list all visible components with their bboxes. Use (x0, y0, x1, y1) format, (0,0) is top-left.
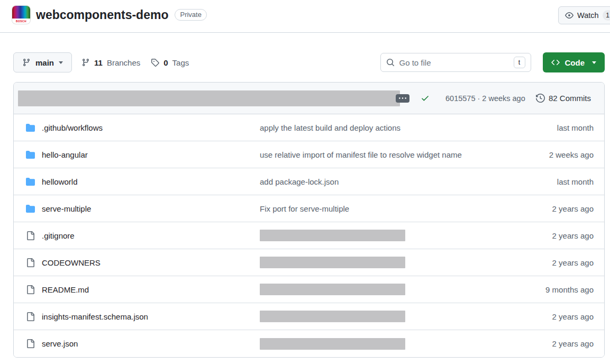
last-updated-cell: 2 years ago (520, 339, 604, 348)
file-name-link[interactable]: CODEOWNERS (42, 258, 101, 267)
repo-title[interactable]: webcomponents-demo (36, 8, 168, 22)
branches-link[interactable]: 11 Branches (81, 58, 140, 67)
chevron-down-icon (59, 61, 63, 64)
repo-header: BOSCH webcomponents-demo Private Watch 1 (0, 0, 610, 33)
history-icon (536, 94, 545, 103)
commit-message-cell (260, 230, 520, 241)
git-branch-icon (81, 58, 90, 67)
commit-message-cell (260, 257, 520, 268)
commit-author-message-redaction (18, 90, 400, 106)
watch-button[interactable]: Watch 1 (558, 6, 610, 24)
folder-icon (26, 204, 35, 213)
branch-selector-button[interactable]: main (13, 52, 72, 72)
last-updated-cell: last month (520, 123, 604, 132)
search-icon (386, 58, 395, 67)
file-icon (26, 231, 35, 240)
table-row[interactable]: hello-angular use relative import of man… (14, 141, 604, 168)
table-row[interactable]: serve-multiple Fix port for serve-multip… (14, 195, 604, 222)
commits-count-label: 82 Commits (549, 94, 591, 103)
last-updated-cell: 2 years ago (520, 204, 604, 213)
file-name-cell: .gitignore (14, 231, 260, 240)
commit-message-link[interactable]: add package-lock.json (260, 177, 339, 186)
watch-button-label: Watch (577, 11, 599, 20)
last-updated-cell: 2 weeks ago (520, 150, 604, 159)
table-row[interactable]: .github/workflows apply the latest build… (14, 114, 604, 141)
commit-message-cell (260, 311, 520, 322)
bosch-logo-text: BOSCH (12, 19, 30, 24)
file-rows: .github/workflows apply the latest build… (14, 114, 604, 357)
commit-message-cell: Fix port for serve-multiple (260, 204, 520, 213)
folder-icon (26, 177, 35, 186)
commit-message-link[interactable]: Fix port for serve-multiple (260, 204, 349, 213)
file-name-cell: .github/workflows (14, 123, 260, 132)
commit-sha-and-time[interactable]: 6015575 · 2 weeks ago (445, 94, 525, 103)
file-name-cell: helloworld (14, 177, 260, 186)
tag-icon (151, 58, 159, 67)
file-name-cell: CODEOWNERS (14, 258, 260, 267)
repo-avatar-bosch-logo: BOSCH (12, 5, 31, 24)
last-updated-cell: 2 years ago (520, 231, 604, 240)
file-name-cell: README.md (14, 285, 260, 294)
last-updated-cell: 2 years ago (520, 258, 604, 267)
table-row[interactable]: insights-manifest.schema.json 2 years ag… (14, 303, 604, 330)
commit-message-cell: add package-lock.json (260, 177, 520, 186)
file-name-cell: hello-angular (14, 150, 260, 159)
folder-icon (26, 150, 35, 159)
file-name-link[interactable]: hello-angular (42, 150, 88, 159)
table-row[interactable]: README.md 9 months ago (14, 276, 604, 303)
table-row[interactable]: helloworld add package-lock.json last mo… (14, 168, 604, 195)
tags-count: 0 (163, 58, 168, 67)
commit-message-cell: apply the latest build and deploy action… (260, 123, 520, 132)
commit-message-link[interactable]: use relative import of manifest file to … (260, 150, 462, 159)
checks-passed-icon[interactable] (421, 94, 430, 103)
commit-message-cell (260, 284, 520, 295)
code-icon (551, 58, 560, 67)
latest-commit-bar: 6015575 · 2 weeks ago 82 Commits (14, 83, 604, 114)
file-icon (26, 285, 35, 294)
go-to-file-input[interactable] (399, 58, 509, 67)
branches-count: 11 (94, 58, 103, 67)
file-name-link[interactable]: .gitignore (42, 231, 75, 240)
last-updated-cell: 9 months ago (520, 285, 604, 294)
file-icon (26, 258, 35, 267)
chevron-down-icon (592, 61, 596, 64)
shortcut-key-badge: t (514, 57, 525, 68)
file-name-link[interactable]: insights-manifest.schema.json (42, 312, 148, 321)
file-name-link[interactable]: serve-multiple (42, 204, 91, 213)
file-name-cell: serve.json (14, 339, 260, 348)
commit-message-redaction (260, 338, 405, 350)
branches-label: Branches (107, 58, 140, 67)
table-row[interactable]: .gitignore 2 years ago (14, 222, 604, 249)
commit-message-redaction (260, 230, 405, 241)
current-branch-label: main (35, 58, 54, 67)
commit-kebab-button[interactable] (396, 94, 409, 103)
file-icon (26, 339, 35, 348)
file-name-link[interactable]: .github/workflows (42, 123, 103, 132)
file-name-cell: insights-manifest.schema.json (14, 312, 260, 321)
eye-icon (565, 11, 573, 20)
commit-message-cell: use relative import of manifest file to … (260, 150, 520, 159)
bosch-logo-stripes (12, 6, 30, 19)
folder-icon (26, 123, 35, 132)
commit-message-redaction (260, 257, 405, 268)
visibility-badge: Private (175, 9, 206, 21)
file-name-cell: serve-multiple (14, 204, 260, 213)
table-row[interactable]: serve.json 2 years ago (14, 330, 604, 357)
commit-message-link[interactable]: apply the latest build and deploy action… (260, 123, 400, 132)
tags-label: Tags (172, 58, 189, 67)
file-name-link[interactable]: serve.json (42, 339, 78, 348)
commit-history-link[interactable]: 82 Commits (536, 94, 591, 103)
tags-link[interactable]: 0 Tags (151, 58, 189, 67)
last-updated-cell: last month (520, 177, 604, 186)
commit-message-cell (260, 338, 520, 350)
repo-toolbar: main 11 Branches 0 Tags t Code (13, 52, 605, 72)
file-name-link[interactable]: README.md (42, 285, 89, 294)
code-button[interactable]: Code (543, 52, 605, 72)
watch-count-badge: 1 (603, 10, 610, 21)
go-to-file-search[interactable]: t (380, 53, 531, 72)
file-browser-table: 6015575 · 2 weeks ago 82 Commits .github… (13, 82, 605, 358)
table-row[interactable]: CODEOWNERS 2 years ago (14, 249, 604, 276)
file-name-link[interactable]: helloworld (42, 177, 78, 186)
code-button-label: Code (565, 58, 585, 67)
commit-message-redaction (260, 284, 405, 295)
